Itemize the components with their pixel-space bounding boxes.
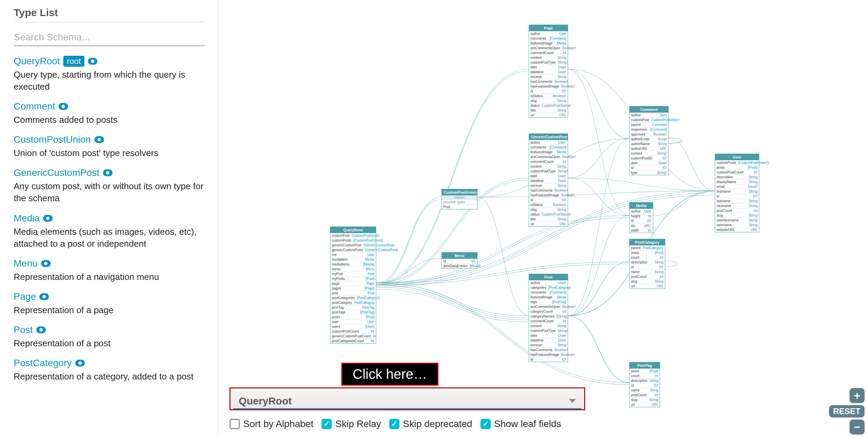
field-row[interactable]: descriptionString — [715, 175, 759, 179]
field-row[interactable]: datetimeDate! — [529, 338, 568, 343]
field-row[interactable]: statusCustomPostStatus! — [529, 212, 568, 217]
field-row[interactable]: areCommentsOpenBoolean! — [529, 304, 568, 309]
field-row[interactable]: mediaItems[Media] — [330, 262, 376, 267]
field-row[interactable]: contentString — [529, 164, 568, 169]
field-row[interactable]: commentCountInt — [529, 159, 568, 164]
field-row[interactable]: idID! — [630, 218, 653, 223]
field-row[interactable]: featuredImageMedia — [529, 41, 568, 46]
field-row[interactable]: dateDate! — [529, 173, 568, 178]
type-link[interactable]: Menu — [14, 258, 38, 269]
type-link[interactable]: Media — [14, 213, 40, 224]
field-row[interactable]: authorNameString — [630, 141, 668, 146]
type-link[interactable]: Post — [14, 324, 33, 335]
graph-canvas[interactable]: QueryRootcustomPostCustomPostUnioncustom… — [219, 0, 868, 438]
field-row[interactable]: emailEmail! — [715, 184, 759, 189]
field-row[interactable]: customPostTypeString! — [529, 60, 568, 65]
field-row[interactable]: postCategories[PostCategory] — [330, 295, 376, 300]
field-row[interactable]: descriptionString — [630, 260, 665, 265]
node-Post[interactable]: PostauthorUser!categories[PostCategory]c… — [529, 274, 568, 362]
type-link[interactable]: GenericCustomPost — [14, 167, 100, 178]
field-row[interactable]: heightInt — [630, 214, 653, 218]
field-row[interactable]: genericCustomPostGenericCustomPost — [330, 243, 376, 247]
field-row[interactable]: idID! — [715, 194, 759, 198]
field-row[interactable]: postTagPostTag — [330, 305, 376, 310]
field-row[interactable]: myPosts[Post] — [330, 276, 376, 281]
field-row[interactable]: hasCommentsBoolean! — [529, 79, 568, 84]
field-row[interactable]: postCategoriesCountInt — [330, 338, 376, 343]
field-row[interactable]: customPosts[CustomPostUnion!] — [715, 160, 759, 165]
node-Media[interactable]: MediaauthorUserheightIntidID!srcURL!widt… — [629, 202, 653, 233]
field-row[interactable]: postTags[PostTag] — [330, 310, 376, 314]
node-User[interactable]: UsercustomPosts[CustomPostUnion!]posts[P… — [715, 154, 759, 232]
field-row[interactable]: dateDate! — [529, 65, 568, 69]
field-row[interactable]: customPostIDID! — [630, 156, 668, 160]
eye-icon[interactable] — [41, 260, 51, 267]
field-row[interactable]: slugString — [529, 207, 568, 212]
field-row[interactable]: posts[Post] — [330, 314, 376, 319]
field-row[interactable]: widthInt — [630, 228, 653, 233]
field-row[interactable]: datetimeDate! — [529, 69, 568, 74]
field-row[interactable]: customPosts[CustomPostUnion] — [330, 238, 376, 243]
field-row[interactable]: lastnameString — [715, 198, 759, 203]
field-row[interactable]: Post — [442, 204, 477, 209]
field-row[interactable]: postCategoryPostCategory — [330, 300, 376, 305]
field-row[interactable]: hasFeaturedImageBoolean! — [529, 84, 568, 89]
node-Page[interactable]: PageauthorUsercomments[Comment]featuredI… — [529, 25, 568, 118]
field-row[interactable]: parentComment — [630, 122, 668, 127]
field-row[interactable]: areCommentsOpenBoolean! — [529, 154, 568, 159]
field-row[interactable]: urlURL — [529, 221, 568, 226]
field-row[interactable]: srcURL! — [630, 223, 653, 228]
field-row[interactable]: hasCommentsBoolean! — [529, 188, 568, 193]
type-link[interactable]: PostCategory — [14, 358, 72, 369]
node-Menu[interactable]: MenuidID!itemDataEntries[Mixed] — [442, 252, 477, 269]
field-row[interactable]: titleString — [529, 217, 568, 221]
eye-icon[interactable] — [88, 58, 97, 65]
field-row[interactable]: firstnameString — [715, 189, 759, 194]
field-row[interactable]: meUser — [330, 252, 376, 257]
field-row[interactable]: contentString — [529, 323, 568, 328]
field-row[interactable]: posts[Post!] — [715, 165, 759, 170]
field-row[interactable]: descriptionString — [630, 378, 660, 383]
field-row[interactable]: nicenameString — [715, 203, 759, 208]
field-row[interactable]: postCountInt — [630, 274, 665, 279]
field-row[interactable]: commentCountInt — [529, 319, 568, 323]
field-row[interactable]: idID! — [529, 197, 568, 202]
field-row[interactable]: slugString — [529, 98, 568, 103]
eye-icon[interactable] — [94, 136, 104, 143]
type-link[interactable]: CustomPostUnion — [14, 134, 91, 145]
field-row[interactable]: comments[Comment] — [529, 36, 568, 41]
field-row[interactable]: nameString — [630, 388, 660, 392]
search-input[interactable] — [14, 29, 205, 46]
field-row[interactable]: responses[Comment] — [630, 127, 668, 132]
field-row[interactable]: categoryNames[String] — [529, 314, 568, 319]
field-row[interactable]: idID! — [630, 383, 660, 388]
field-row[interactable]: authorUser! — [529, 280, 568, 285]
field-row[interactable]: nameString — [630, 269, 665, 274]
field-row[interactable]: approvedBoolean! — [630, 132, 668, 137]
node-CustomPostUnion[interactable]: CustomPostUnion«union»possible typesPost — [442, 189, 477, 209]
type-selector-dropdown[interactable]: QueryRoot — [233, 392, 581, 409]
field-row[interactable]: dateDate! — [529, 333, 568, 338]
option-skip_deprecated[interactable]: Skip deprecated — [389, 418, 472, 429]
field-row[interactable]: customPostTypeString! — [529, 328, 568, 333]
field-row[interactable]: categories[PostCategory] — [529, 285, 568, 290]
field-row[interactable]: customPostCustomPostUnion — [330, 233, 376, 238]
field-row[interactable]: dateDate! — [630, 160, 668, 165]
field-row[interactable]: hasFeaturedImageBoolean! — [529, 193, 568, 197]
eye-icon[interactable] — [43, 215, 53, 222]
field-row[interactable]: comments[Comment] — [529, 290, 568, 295]
field-row[interactable]: featuredImageMedia — [529, 150, 568, 154]
field-row[interactable]: hasFeaturedImageBoolean! — [529, 352, 568, 357]
field-row[interactable]: slugString — [715, 213, 759, 218]
type-link[interactable]: QueryRoot — [14, 56, 60, 67]
field-row[interactable]: pages[Page] — [330, 286, 376, 291]
field-row[interactable]: excerptString — [529, 343, 568, 347]
field-row[interactable]: idID! — [630, 265, 665, 269]
field-row[interactable]: genericCustomPosts[GenericCustomPost] — [330, 247, 376, 252]
field-row[interactable]: excerptString — [529, 183, 568, 188]
eye-icon[interactable] — [103, 169, 113, 176]
field-row[interactable]: isStatusBoolean! — [529, 202, 568, 207]
field-row[interactable]: contentString — [529, 55, 568, 60]
field-row[interactable]: pagePage — [330, 281, 376, 286]
zoom-in-button[interactable]: + — [850, 388, 865, 403]
